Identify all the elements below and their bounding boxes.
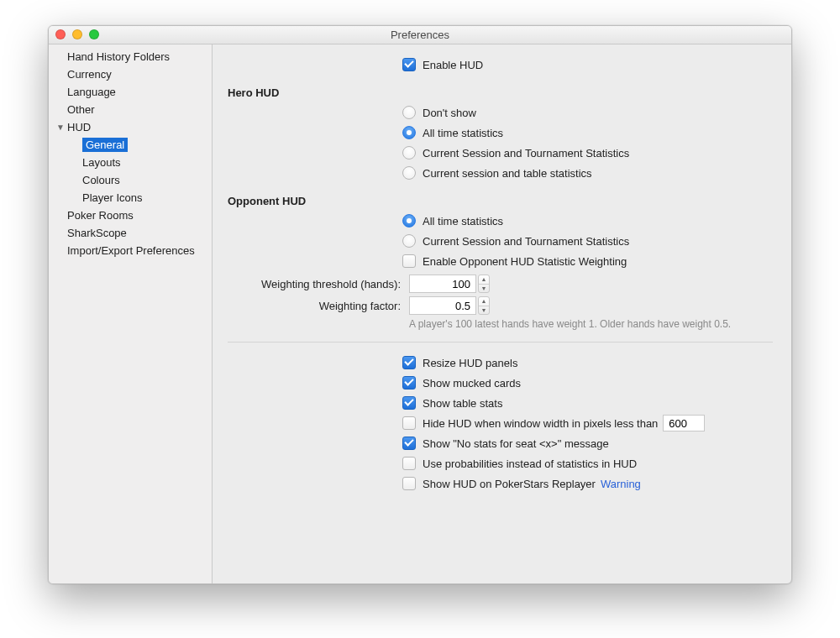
- sidebar-item-language[interactable]: Language: [49, 83, 212, 101]
- titlebar: Preferences: [49, 26, 791, 44]
- sidebar-item-other[interactable]: Other: [49, 101, 212, 118]
- hero-radio-dont-show[interactable]: [402, 106, 416, 119]
- disclosure-triangle-icon[interactable]: ▼: [54, 120, 67, 134]
- threshold-input[interactable]: [409, 275, 476, 293]
- sidebar-item-hud[interactable]: ▼ HUD: [49, 118, 212, 136]
- hero-radio-session-table[interactable]: [402, 166, 416, 180]
- enable-hud-label: Enable HUD: [423, 59, 483, 71]
- sidebar-item-poker-rooms[interactable]: Poker Rooms: [49, 207, 212, 224]
- show-table-stats-checkbox[interactable]: [402, 396, 416, 410]
- zoom-icon[interactable]: [89, 29, 99, 39]
- chevron-up-icon[interactable]: ▲: [479, 297, 489, 306]
- content-pane: Enable HUD Hero HUD Don't show All time …: [213, 44, 791, 583]
- chevron-up-icon[interactable]: ▲: [479, 275, 489, 285]
- no-stats-msg-checkbox[interactable]: [402, 437, 416, 450]
- hero-hud-heading: Hero HUD: [228, 86, 773, 99]
- sidebar-item-hud-layouts[interactable]: Layouts: [49, 154, 212, 171]
- sidebar: Hand History Folders Currency Language O…: [49, 44, 213, 583]
- enable-weighting-checkbox[interactable]: [402, 254, 416, 268]
- minimize-icon[interactable]: [72, 29, 82, 39]
- factor-stepper[interactable]: ▲▼: [478, 296, 490, 315]
- weighting-note: A player's 100 latest hands have weight …: [409, 318, 773, 330]
- hide-hud-width-input[interactable]: [663, 415, 705, 431]
- sidebar-item-hud-player-icons[interactable]: Player Icons: [49, 189, 212, 207]
- sidebar-item-sharkscope[interactable]: SharkScope: [49, 224, 212, 242]
- sidebar-item-hand-history[interactable]: Hand History Folders: [49, 48, 212, 65]
- factor-input[interactable]: [409, 296, 476, 315]
- use-probabilities-checkbox[interactable]: [402, 457, 416, 470]
- window-title: Preferences: [391, 29, 449, 41]
- opponent-radio-session-tournament[interactable]: [402, 234, 416, 248]
- opponent-radio-all-time[interactable]: [402, 214, 416, 227]
- hero-radio-session-tournament[interactable]: [402, 146, 416, 160]
- show-mucked-checkbox[interactable]: [402, 376, 416, 390]
- sidebar-item-import-export[interactable]: Import/Export Preferences: [49, 242, 212, 259]
- traffic-lights: [55, 29, 99, 39]
- sidebar-item-currency[interactable]: Currency: [49, 65, 212, 83]
- factor-label: Weighting factor:: [228, 300, 409, 312]
- hide-hud-width-checkbox[interactable]: [402, 416, 416, 430]
- chevron-down-icon[interactable]: ▼: [479, 306, 489, 315]
- divider: [228, 342, 773, 343]
- sidebar-item-hud-general[interactable]: General: [49, 136, 212, 154]
- preferences-window: Preferences Hand History Folders Currenc…: [48, 25, 792, 584]
- replayer-warning-link[interactable]: Warning: [601, 478, 641, 490]
- threshold-stepper[interactable]: ▲▼: [478, 275, 490, 293]
- resize-hud-checkbox[interactable]: [402, 356, 416, 369]
- close-icon[interactable]: [55, 29, 66, 39]
- sidebar-item-hud-colours[interactable]: Colours: [49, 171, 212, 189]
- threshold-label: Weighting threshold (hands):: [228, 278, 409, 290]
- show-hud-replayer-checkbox[interactable]: [402, 477, 416, 490]
- enable-hud-checkbox[interactable]: [402, 58, 416, 71]
- hero-radio-all-time[interactable]: [402, 126, 416, 139]
- chevron-down-icon[interactable]: ▼: [479, 285, 489, 293]
- opponent-hud-heading: Opponent HUD: [228, 195, 773, 207]
